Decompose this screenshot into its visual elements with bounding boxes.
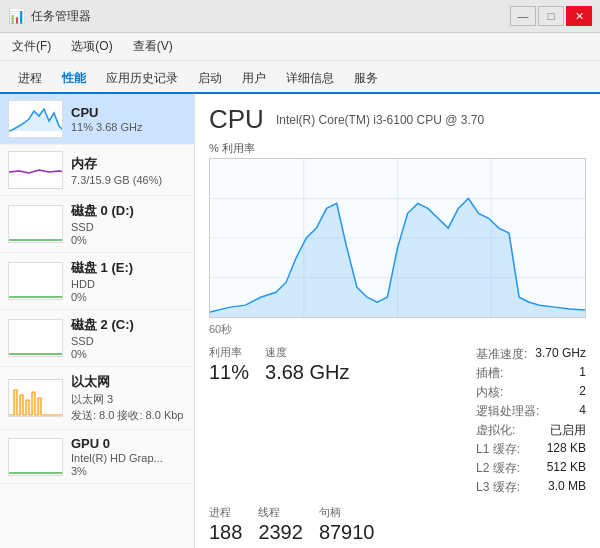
menu-file[interactable]: 文件(F): [8, 36, 55, 57]
logical-item: 逻辑处理器: 4: [476, 402, 586, 421]
ethernet-info: 以太网 以太网 3 发送: 8.0 接收: 8.0 Kbp: [71, 373, 186, 423]
chart-label: % 利用率: [209, 141, 586, 156]
disk2-title: 磁盘 2 (C:): [71, 316, 186, 334]
cpu-title: CPU: [71, 105, 186, 120]
virt-value: 已启用: [550, 422, 586, 439]
handles-value: 87910: [319, 521, 375, 543]
l3-value: 3.0 MB: [548, 479, 586, 496]
info-right-block: 基准速度: 3.70 GHz 插槽: 1 内核: 2 逻辑处理器: 4 虚拟化:: [476, 345, 586, 497]
disk1-info: 磁盘 1 (E:) HDD 0%: [71, 259, 186, 303]
cpu-thumb: [8, 100, 63, 138]
cores-label: 内核:: [476, 384, 503, 401]
memory-title: 内存: [71, 155, 186, 173]
ethernet-sub1: 以太网 3: [71, 392, 186, 407]
disk0-sub2: 0%: [71, 234, 186, 246]
stats-row: 利用率 11% 速度 3.68 GHz 基准速度: 3.70 GHz 插槽: 1: [209, 345, 586, 497]
sidebar-item-disk1[interactable]: 磁盘 1 (E:) HDD 0%: [0, 253, 194, 310]
memory-info: 内存 7.3/15.9 GB (46%): [71, 155, 186, 186]
speed-label: 速度: [265, 345, 349, 360]
l1-item: L1 缓存: 128 KB: [476, 440, 586, 459]
gpu0-info: GPU 0 Intel(R) HD Grap... 3%: [71, 436, 186, 477]
window-icon: 📊: [8, 8, 25, 24]
sidebar-item-disk0[interactable]: 磁盘 0 (D:) SSD 0%: [0, 196, 194, 253]
ethernet-thumb: [8, 379, 63, 417]
sidebar-item-memory[interactable]: 内存 7.3/15.9 GB (46%): [0, 145, 194, 196]
disk2-thumb: [8, 319, 63, 357]
chart-time: 60秒: [209, 322, 586, 337]
sidebar-item-cpu[interactable]: CPU 11% 3.68 GHz: [0, 94, 194, 145]
disk0-info: 磁盘 0 (D:) SSD 0%: [71, 202, 186, 246]
disk0-title: 磁盘 0 (D:): [71, 202, 186, 220]
tab-services[interactable]: 服务: [344, 65, 388, 94]
menu-bar: 文件(F) 选项(O) 查看(V): [0, 33, 600, 61]
speed-value: 3.68 GHz: [265, 361, 349, 383]
speed-block: 速度 3.68 GHz: [265, 345, 349, 497]
sidebar-item-ethernet[interactable]: 以太网 以太网 3 发送: 8.0 接收: 8.0 Kbp: [0, 367, 194, 430]
disk2-info: 磁盘 2 (C:) SSD 0%: [71, 316, 186, 360]
processes-label: 进程: [209, 505, 242, 520]
basespeed-item: 基准速度: 3.70 GHz: [476, 345, 586, 364]
close-button[interactable]: ✕: [566, 6, 592, 26]
l1-value: 128 KB: [547, 441, 586, 458]
disk0-sub1: SSD: [71, 221, 186, 233]
gpu0-title: GPU 0: [71, 436, 186, 451]
disk1-title: 磁盘 1 (E:): [71, 259, 186, 277]
disk1-thumb: [8, 262, 63, 300]
memory-sub: 7.3/15.9 GB (46%): [71, 174, 186, 186]
l3-item: L3 缓存: 3.0 MB: [476, 478, 586, 497]
cores-value: 2: [579, 384, 586, 401]
cores-item: 内核: 2: [476, 383, 586, 402]
left-panel: CPU 11% 3.68 GHz 内存 7.3/15.9 GB (46%): [0, 94, 195, 548]
tabs-bar: 进程 性能 应用历史记录 启动 用户 详细信息 服务: [0, 61, 600, 94]
threads-block: 线程 2392: [258, 505, 303, 544]
sockets-label: 插槽:: [476, 365, 503, 382]
disk0-thumb: [8, 205, 63, 243]
basespeed-value: 3.70 GHz: [535, 346, 586, 363]
sidebar-item-disk2[interactable]: 磁盘 2 (C:) SSD 0%: [0, 310, 194, 367]
l2-item: L2 缓存: 512 KB: [476, 459, 586, 478]
threads-label: 线程: [258, 505, 303, 520]
ethernet-title: 以太网: [71, 373, 186, 391]
window-title: 任务管理器: [31, 8, 504, 25]
tab-startup[interactable]: 启动: [188, 65, 232, 94]
menu-options[interactable]: 选项(O): [67, 36, 116, 57]
sidebar-item-gpu0[interactable]: GPU 0 Intel(R) HD Grap... 3%: [0, 430, 194, 484]
title-bar: 📊 任务管理器 — □ ✕: [0, 0, 600, 33]
utilization-label: 利用率: [209, 345, 249, 360]
minimize-button[interactable]: —: [510, 6, 536, 26]
window-controls: — □ ✕: [510, 6, 592, 26]
tab-performance[interactable]: 性能: [52, 65, 96, 94]
basespeed-label: 基准速度:: [476, 346, 527, 363]
sockets-item: 插槽: 1: [476, 364, 586, 383]
utilization-value: 11%: [209, 360, 249, 384]
main-content: CPU 11% 3.68 GHz 内存 7.3/15.9 GB (46%): [0, 94, 600, 548]
cpu-chart: [209, 158, 586, 318]
l2-label: L2 缓存:: [476, 460, 520, 477]
virt-item: 虚拟化: 已启用: [476, 421, 586, 440]
right-header: CPU Intel(R) Core(TM) i3-6100 CPU @ 3.70: [209, 104, 586, 135]
process-row: 进程 188 线程 2392 句柄 87910: [209, 505, 586, 544]
memory-thumb: [8, 151, 63, 189]
tab-details[interactable]: 详细信息: [276, 65, 344, 94]
right-title: CPU: [209, 104, 264, 135]
menu-view[interactable]: 查看(V): [129, 36, 177, 57]
cpu-info: CPU 11% 3.68 GHz: [71, 105, 186, 133]
disk2-sub1: SSD: [71, 335, 186, 347]
sockets-value: 1: [579, 365, 586, 382]
disk1-sub1: HDD: [71, 278, 186, 290]
utilization-block: 利用率 11%: [209, 345, 249, 497]
l3-label: L3 缓存:: [476, 479, 520, 496]
ethernet-sub2: 发送: 8.0 接收: 8.0 Kbp: [71, 408, 186, 423]
logical-value: 4: [579, 403, 586, 420]
maximize-button[interactable]: □: [538, 6, 564, 26]
right-subtitle: Intel(R) Core(TM) i3-6100 CPU @ 3.70: [276, 113, 484, 127]
gpu0-sub1: Intel(R) HD Grap...: [71, 452, 186, 464]
processes-block: 进程 188: [209, 505, 242, 544]
l1-label: L1 缓存:: [476, 441, 520, 458]
tab-processes[interactable]: 进程: [8, 65, 52, 94]
threads-value: 2392: [258, 521, 303, 543]
tab-users[interactable]: 用户: [232, 65, 276, 94]
tab-app-history[interactable]: 应用历史记录: [96, 65, 188, 94]
virt-label: 虚拟化:: [476, 422, 515, 439]
cpu-sub: 11% 3.68 GHz: [71, 121, 186, 133]
